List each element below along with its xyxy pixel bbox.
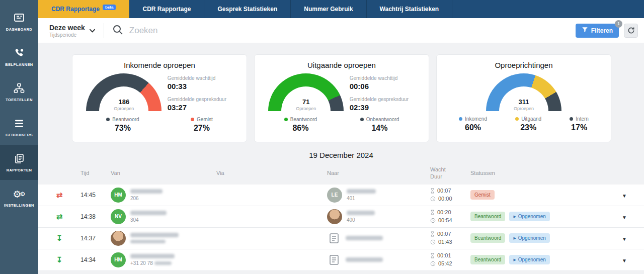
- call-time: 14:37: [80, 235, 111, 242]
- sidebar-item-gebruikers[interactable]: GEBRUIKERS: [0, 110, 38, 145]
- tab-label: CDR Rapportage: [142, 6, 191, 13]
- sidebar-item-instellingen[interactable]: ⚙⚙ INSTELLINGEN: [0, 180, 38, 215]
- search-input[interactable]: [129, 26, 572, 36]
- legend-dot: [459, 117, 462, 121]
- status-badge-beantwoord: Beantwoord: [470, 233, 505, 243]
- incoming-call-direction-icon: ↧: [56, 255, 63, 264]
- call-to: LE 401: [327, 188, 430, 203]
- outgoing-calls-card: Uitgaande oproepen 71 Oproepen: [254, 54, 429, 142]
- call-from: NV 304: [111, 209, 216, 224]
- table-date-header: 19 December 2024: [38, 151, 644, 159]
- wait-duration: 00:20 00:54: [430, 209, 470, 225]
- table-row[interactable]: ↧ 14:37: [38, 228, 644, 249]
- redacted-number: [130, 240, 166, 243]
- period-selector[interactable]: Deze week Tijdsperiode: [49, 24, 96, 38]
- legend-dot: [284, 118, 288, 121]
- call-from: HM 206: [111, 188, 216, 203]
- incoming-calls-card: Inkomende oproepen 186 Oproepen: [72, 54, 247, 142]
- filter-count-badge: 1: [615, 20, 622, 28]
- sidebar: DASHBOARD BELPLANNEN TOESTELLEN GEBRUIKE…: [0, 0, 38, 274]
- toolbar: Deze week Tijdsperiode Fi: [38, 18, 644, 43]
- table-row[interactable]: ⇄ 14:38 NV 304 400: [38, 206, 644, 228]
- expand-row-icon[interactable]: ▼: [622, 236, 627, 242]
- tab-nummer-gebruik[interactable]: Nummer Gebruik: [291, 0, 366, 18]
- contact-book-icon: [327, 253, 341, 267]
- tab-gesprek-statistieken[interactable]: Gesprek Statistieken: [204, 0, 291, 18]
- avatar-photo: [111, 231, 126, 246]
- tab-label: Nummer Gebruik: [304, 6, 353, 13]
- avg-duration-stat: Gemiddelde gespreksduur 02:39: [350, 97, 421, 112]
- redacted-name: [346, 236, 383, 240]
- tab-cdr-rapportage[interactable]: CDR Rapportage: [129, 0, 204, 18]
- filter-button[interactable]: Filteren: [576, 24, 619, 38]
- beta-badge: beta: [103, 5, 116, 10]
- card-title: Inkomende oproepen: [80, 61, 238, 69]
- sidebar-item-label: INSTELLINGEN: [4, 203, 34, 208]
- redacted-name: [130, 254, 175, 258]
- refresh-button[interactable]: [624, 24, 638, 38]
- play-icon: ▶: [513, 215, 516, 219]
- wait-duration: 00:07 00:00: [430, 187, 470, 203]
- expand-row-icon[interactable]: ▼: [622, 193, 627, 199]
- call-directions-card: Oproeprichtingen 311 Oproepen: [436, 54, 611, 142]
- tab-label: Gesprek Statistieken: [217, 6, 277, 13]
- tab-bar: CDR Rapportage beta CDR Rapportage Gespr…: [38, 0, 644, 18]
- missed-call-direction-icon: ⇄: [56, 191, 63, 200]
- contact-book-icon: [327, 231, 341, 245]
- chevron-down-icon: [89, 26, 96, 35]
- tab-cdr-rapportage-beta[interactable]: CDR Rapportage beta: [38, 0, 129, 18]
- redacted-name: [347, 211, 375, 215]
- card-title: Uitgaande oproepen: [263, 61, 421, 69]
- stat-cards: Inkomende oproepen 186 Oproepen: [38, 43, 644, 142]
- content: Inkomende oproepen 186 Oproepen: [38, 43, 644, 274]
- tab-label: CDR Rapportage: [51, 6, 100, 13]
- gauge-total: 186: [86, 98, 162, 106]
- table-row[interactable]: ⇄ 14:45 HM 206 LE 401: [38, 185, 644, 206]
- redacted-name: [130, 189, 163, 194]
- filter-icon: [582, 27, 588, 34]
- sidebar-item-label: TOESTELLEN: [6, 98, 32, 102]
- col-van: Van: [111, 170, 216, 177]
- call-time: 14:34: [80, 256, 111, 263]
- sidebar-item-rapporten[interactable]: RAPPORTEN: [0, 145, 38, 180]
- status-cell: Beantwoord ▶Opgenomen: [470, 255, 619, 264]
- col-via: Via: [216, 170, 327, 177]
- sidebar-item-dashboard[interactable]: DASHBOARD: [0, 4, 38, 39]
- sidebar-item-belplannen[interactable]: BELPLANNEN: [0, 39, 38, 74]
- call-time: 14:38: [80, 213, 111, 220]
- avg-duration-stat: Gemiddelde gespreksduur 03:27: [168, 97, 238, 112]
- play-icon: ▶: [513, 236, 516, 240]
- table-header: Tijd Van Via Naar Wacht Duur Statussen: [38, 166, 644, 185]
- call-to: [327, 253, 430, 267]
- legend-dot: [106, 118, 110, 121]
- extension-number: 401: [347, 196, 376, 201]
- sidebar-item-toestellen[interactable]: TOESTELLEN: [0, 74, 38, 110]
- toolbar-divider: [104, 23, 104, 38]
- call-to: 400: [327, 209, 430, 224]
- status-badge-opgenomen[interactable]: ▶Opgenomen: [509, 233, 549, 243]
- status-badge-beantwoord: Beantwoord: [470, 255, 505, 264]
- avatar-photo: [327, 209, 342, 224]
- status-badge-opgenomen[interactable]: ▶Opgenomen: [509, 255, 549, 264]
- status-badge-opgenomen[interactable]: ▶Opgenomen: [509, 212, 549, 221]
- call-from: [111, 231, 216, 246]
- col-wacht-duur: Wacht Duur: [430, 166, 470, 180]
- tab-wachtrij-statistieken[interactable]: Wachtrij Statistieken: [367, 0, 453, 18]
- call-from: HM +31 20 78: [111, 252, 216, 267]
- call-to: [327, 231, 430, 245]
- expand-row-icon[interactable]: ▼: [622, 258, 627, 263]
- avatar: NV: [111, 209, 126, 224]
- card-title: Oproeprichtingen: [445, 61, 603, 69]
- devices-icon: [13, 82, 26, 95]
- legend-beantwoord: Beantwoord 86%: [284, 117, 317, 133]
- status-cell: Beantwoord ▶Opgenomen: [470, 212, 619, 221]
- settings-icon: ⚙⚙: [13, 188, 26, 201]
- avg-wait-stat: Gemiddelde wachttijd 00:33: [168, 75, 238, 90]
- legend-dot: [570, 117, 573, 121]
- expand-row-icon[interactable]: ▼: [622, 215, 627, 220]
- incoming-call-direction-icon: ↧: [56, 234, 63, 243]
- table-row[interactable]: ↧ 14:34 HM +31 20 78: [38, 249, 644, 271]
- sidebar-item-label: DASHBOARD: [6, 27, 32, 32]
- legend-intern: Intern 17%: [570, 116, 589, 132]
- redacted-name: [130, 211, 167, 215]
